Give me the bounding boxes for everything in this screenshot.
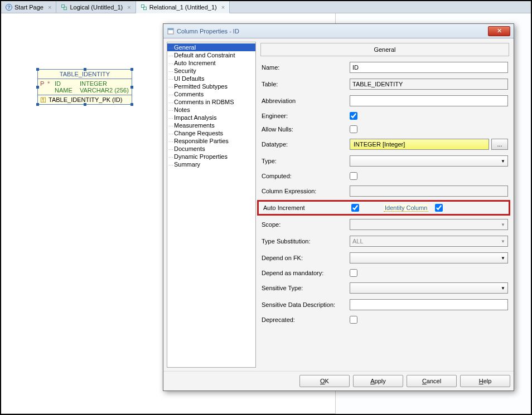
tree-item-ui-defaults[interactable]: UI Defaults (167, 75, 255, 82)
tab-logical[interactable]: Logical (Untitled_1) × (56, 1, 136, 13)
close-icon[interactable]: × (48, 4, 51, 11)
ok-button[interactable]: OK (299, 375, 350, 387)
chevron-down-icon: ▼ (501, 286, 505, 291)
key-name: TABLE_IDENTITY_PK (ID) (49, 96, 122, 103)
svg-rect-1 (168, 28, 173, 30)
type-label: Type: (259, 158, 343, 164)
tree-item-comments-in-rdbms[interactable]: Comments in RDBMS (167, 98, 255, 106)
tree-item-notes[interactable]: Notes (167, 106, 255, 114)
datatype-label: Datatype: (259, 141, 343, 148)
table-label: Table: (259, 81, 343, 87)
tab-start-page[interactable]: ? Start Page × (1, 1, 56, 13)
tree-item-documents[interactable]: Documents (167, 145, 255, 153)
identity-column-checkbox[interactable] (435, 204, 443, 212)
dialog-titlebar[interactable]: Column Properties - ID ✕ (163, 24, 514, 38)
deprecated-checkbox[interactable] (350, 316, 357, 324)
abbreviation-field[interactable] (350, 95, 508, 106)
editor-tabs: ? Start Page × Logical (Untitled_1) × Re… (1, 1, 531, 13)
engineer-checkbox[interactable] (350, 112, 357, 120)
tree-item-responsible-parties[interactable]: Responsible Parties (167, 137, 255, 145)
column-expression-label: Column Expression: (259, 188, 343, 194)
auto-increment-checkbox[interactable] (351, 204, 359, 212)
datatype-display: INTEGER [Integer] (350, 139, 489, 150)
tree-item-default-and-constraint[interactable]: Default and Constraint (167, 51, 255, 59)
depend-as-mandatory-label: Depend as mandatory: (259, 270, 343, 276)
engineer-label: Engineer: (259, 113, 343, 119)
close-icon[interactable]: × (221, 4, 225, 11)
tree-item-dynamic-properties[interactable]: Dynamic Properties (167, 153, 255, 160)
tree-item-general[interactable]: General (167, 43, 255, 51)
abbreviation-label: Abbreviation (259, 97, 343, 104)
tree-item-security[interactable]: Security (167, 67, 255, 75)
key-icon: ⚿ (40, 96, 46, 103)
sensitive-data-description-field[interactable] (350, 299, 508, 310)
tree-item-impact-analysis[interactable]: Impact Analysis (167, 114, 255, 121)
tab-label: Relational_1 (Untitled_1) (149, 4, 217, 11)
close-icon[interactable]: × (127, 4, 130, 11)
tree-item-permitted-subtypes[interactable]: Permitted Subtypes (167, 82, 255, 90)
tab-label: Start Page (14, 4, 43, 11)
scope-combo: ▼ (350, 219, 508, 230)
name-label: Name: (259, 64, 343, 71)
column-properties-dialog: Column Properties - ID ✕ GeneralDefault … (163, 23, 514, 391)
table-entity[interactable]: TABLE_IDENTITY P * ID INTEGER NAME VARCH… (37, 69, 132, 105)
tab-relational[interactable]: Relational_1 (Untitled_1) × (136, 1, 230, 13)
computed-checkbox[interactable] (350, 172, 357, 180)
column-row[interactable]: NAME VARCHAR2 (256) (40, 87, 129, 94)
entity-title: TABLE_IDENTITY (38, 70, 132, 79)
help-button[interactable]: Help (460, 375, 510, 387)
dialog-title: Column Properties - ID (177, 28, 488, 35)
section-title: General (260, 43, 509, 56)
sensitive-type-combo[interactable]: ▼ (350, 282, 508, 294)
name-field[interactable] (350, 62, 508, 73)
chevron-down-icon: ▼ (501, 222, 505, 227)
close-button[interactable]: ✕ (488, 26, 510, 36)
type-combo[interactable]: ▼ (350, 155, 508, 167)
depend-on-fk-label: Depend on FK: (259, 255, 343, 261)
chevron-down-icon: ▼ (501, 159, 505, 164)
chevron-down-icon: ▼ (501, 239, 505, 244)
form-pane: General Name: Table: Abbreviation Engine… (259, 42, 510, 368)
tree-item-change-requests[interactable]: Change Requests (167, 129, 255, 137)
chevron-down-icon: ▼ (501, 256, 505, 261)
computed-label: Computed: (259, 173, 343, 179)
column-expression-field (350, 185, 508, 197)
diagram-icon (61, 4, 67, 11)
auto-increment-label: Auto Increment (261, 204, 345, 211)
entity-columns: P * ID INTEGER NAME VARCHAR2 (256) (38, 79, 132, 95)
identity-column-label: Identity Column (384, 204, 428, 212)
type-substitution-combo: ALL▼ (350, 236, 508, 247)
help-icon: ? (6, 4, 12, 11)
allow-nulls-label: Allow Nulls: (259, 126, 343, 133)
column-row[interactable]: P * ID INTEGER (40, 80, 129, 87)
datatype-browse-button[interactable]: ... (491, 139, 508, 150)
tree-item-summary[interactable]: Summary (167, 160, 255, 168)
tab-label: Logical (Untitled_1) (70, 4, 123, 11)
tree-item-auto-increment[interactable]: Auto Increment (167, 59, 255, 67)
scope-label: Scope: (259, 221, 343, 228)
diagram-icon (141, 4, 147, 11)
tree-item-measurements[interactable]: Measurements (167, 121, 255, 129)
type-substitution-label: Type Substitution: (259, 238, 343, 245)
apply-button[interactable]: Apply (353, 375, 403, 387)
depend-as-mandatory-checkbox[interactable] (350, 269, 357, 277)
deprecated-label: Deprecated: (259, 316, 343, 323)
sensitive-data-description-label: Sensitive Data Description: (259, 301, 343, 308)
allow-nulls-checkbox[interactable] (350, 125, 357, 133)
tree-item-comments[interactable]: Comments (167, 90, 255, 98)
dialog-buttons: OK Apply Cancel Help (163, 371, 514, 390)
sensitive-type-label: Sensitive Type: (259, 285, 343, 291)
depend-on-fk-combo[interactable]: ▼ (350, 252, 508, 263)
auto-increment-highlight: Auto Increment Identity Column (257, 200, 510, 216)
table-field (350, 79, 508, 90)
category-tree[interactable]: GeneralDefault and ConstraintAuto Increm… (167, 42, 256, 368)
column-icon (167, 27, 175, 35)
cancel-button[interactable]: Cancel (407, 375, 457, 387)
